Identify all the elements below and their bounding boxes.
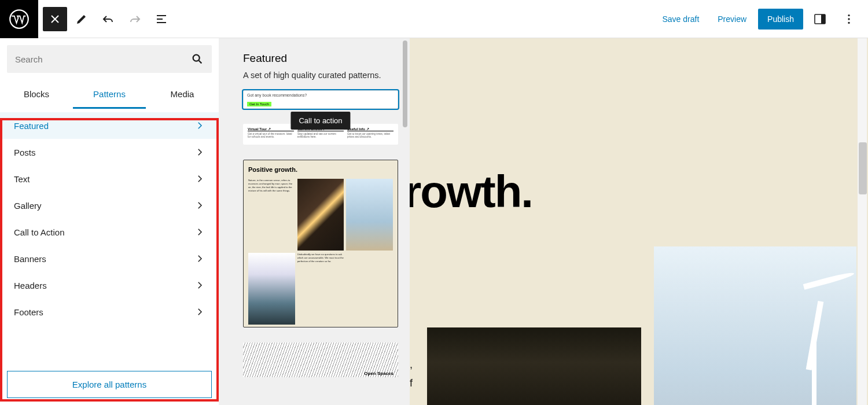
chevron-right-icon [194,227,205,237]
block-inserter-panel: Blocks Patterns Media Featured Posts Tex… [0,38,219,405]
pattern-thumb-cta[interactable]: Got any book recommendations? Get In Tou… [243,90,398,109]
thumb-text-cell: Nature, in the common sense, refers to e… [248,179,295,251]
category-label: Gallery [14,201,42,211]
tab-media[interactable]: Media [146,80,219,109]
thumb-col-heading: Useful Info ↗ [347,127,393,131]
thumb-title: Positive growth. [248,166,393,173]
explore-patterns-button[interactable]: Explore all patterns [7,371,212,398]
svg-rect-2 [821,14,825,24]
thumb-empty-cell [346,253,393,325]
chevron-right-icon [194,174,205,184]
search-input[interactable] [15,54,191,64]
turbine-blade [803,271,855,290]
pencil-icon [75,12,89,26]
sidebar-toggle-icon [813,12,827,26]
inserter-tabs: Blocks Patterns Media [0,80,219,109]
category-cta[interactable]: Call to Action [0,219,219,245]
undo-button[interactable] [96,7,120,31]
redo-button[interactable] [123,7,147,31]
toolbar-left-group [38,0,178,38]
wordpress-icon [9,9,30,30]
tab-blocks[interactable]: Blocks [0,80,73,109]
thumb-col-text: Get to know our opening times, ticket pr… [347,132,393,139]
preview-button[interactable]: Preview [711,10,753,28]
scrollbar[interactable] [403,41,407,127]
category-label: Headers [14,281,47,290]
thumb-text: Got any book recommendations? [247,93,394,97]
category-label: Text [14,174,30,184]
thumb-image-cell [346,179,393,251]
category-banners[interactable]: Banners [0,245,219,272]
canvas-scrollbar-track[interactable] [858,38,867,405]
chevron-right-icon [194,120,205,131]
category-text[interactable]: Text [0,165,219,192]
top-toolbar: Save draft Preview Publish [0,0,868,38]
close-icon [48,12,62,26]
more-options-button[interactable] [837,7,861,31]
close-inserter-button[interactable] [43,7,67,31]
chevron-right-icon [194,307,205,317]
pattern-thumb-three-columns-images[interactable]: Positive growth. Nature, in the common s… [243,160,398,327]
thumb-text-cell: Undoubtedly we have no questions to ask … [297,253,344,325]
category-headers[interactable]: Headers [0,272,219,299]
canvas-scrollbar-thumb[interactable] [859,142,867,194]
search-field[interactable] [7,45,212,73]
canvas-image-turbine[interactable] [654,246,856,405]
list-view-icon [155,12,168,26]
chevron-right-icon [194,147,205,157]
category-label: Featured [14,121,49,131]
edit-tool-button[interactable] [69,7,94,31]
category-posts[interactable]: Posts [0,139,219,165]
chevron-right-icon [194,253,205,264]
toolbar-right-group: Save draft Preview Publish [655,0,868,38]
redo-icon [128,12,142,26]
pattern-thumb-open-spaces[interactable]: Open Spaces [243,343,398,377]
pattern-preview-column: Featured A set of high quality curated p… [219,38,410,405]
canvas-heading[interactable]: rowth. [410,165,532,218]
thumb-col-text: Stay updated and see our current exhibit… [297,132,344,139]
category-gallery[interactable]: Gallery [0,192,219,219]
svg-point-3 [848,14,849,16]
thumb-image-cell [297,179,344,251]
category-label: Banners [14,254,46,264]
category-label: Footers [14,307,43,317]
undo-icon [101,12,115,26]
chevron-right-icon [194,280,205,290]
preview-heading: Featured [243,52,398,65]
tab-patterns[interactable]: Patterns [73,80,146,109]
svg-point-0 [10,10,28,28]
pattern-category-list: Featured Posts Text Gallery Call to Acti… [0,109,219,364]
search-icon [191,53,204,65]
thumb-label: Open Spaces [364,371,393,376]
category-label: Posts [14,148,36,157]
svg-point-4 [848,18,849,20]
editor-canvas[interactable]: rowth. e a g, of [410,38,868,405]
canvas-image-forest[interactable] [427,327,641,405]
kebab-icon [843,13,855,25]
document-overview-button[interactable] [149,7,174,31]
thumb-col-heading: Virtual Tour ↗ [248,127,294,131]
chevron-right-icon [194,200,205,211]
save-draft-button[interactable]: Save draft [655,10,706,28]
publish-button[interactable]: Publish [758,9,803,30]
svg-point-5 [848,21,849,23]
category-label: Call to Action [14,227,65,237]
thumb-image-cell [248,253,295,325]
svg-point-6 [193,55,200,61]
settings-sidebar-button[interactable] [808,7,832,31]
wordpress-logo[interactable] [0,0,38,38]
category-featured[interactable]: Featured [0,112,219,139]
workspace: Blocks Patterns Media Featured Posts Tex… [0,38,868,405]
category-footers[interactable]: Footers [0,299,219,325]
thumb-mini-button: Get In Touch [247,102,271,106]
pattern-tooltip: Call to action [290,112,350,130]
thumb-col-text: Get a virtual tour of the museum. Ideal … [248,132,294,139]
preview-subheading: A set of high quality curated patterns. [243,71,398,80]
